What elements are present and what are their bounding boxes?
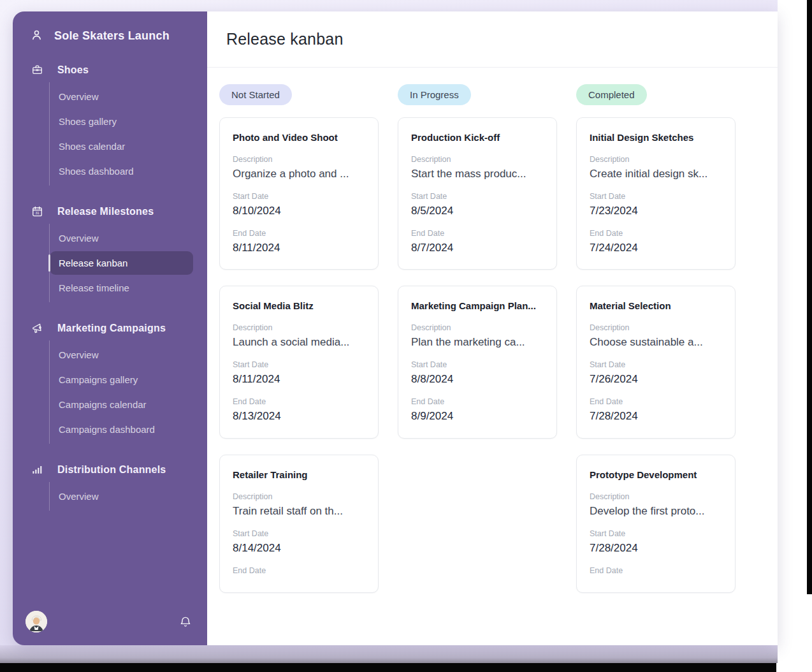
description-value: Train retail staff on th... — [233, 504, 365, 518]
description-value: Organize a photo and ... — [233, 167, 365, 181]
sidebar-section-items: OverviewShoes galleryShoes calendarShoes… — [49, 82, 207, 186]
sidebar-item-shoes-calendar[interactable]: Shoes calendar — [50, 135, 193, 158]
kanban-card[interactable]: Photo and Video Shoot Description Organi… — [219, 117, 379, 270]
start-date-value: 8/8/2024 — [411, 372, 544, 386]
description-value: Develop the first proto... — [590, 504, 722, 518]
sidebar: Sole Skaters Launch Shoes OverviewShoes … — [13, 11, 207, 645]
main-header: Release kanban — [207, 11, 778, 68]
sidebar-item-release-timeline[interactable]: Release timeline — [50, 276, 193, 300]
start-date-value: 8/14/2024 — [233, 541, 365, 555]
start-date-label: Start Date — [233, 529, 365, 538]
status-badge-completed: Completed — [576, 84, 647, 105]
sidebar-item-shoes-gallery[interactable]: Shoes gallery — [50, 110, 193, 133]
start-date-value: 7/26/2024 — [590, 372, 722, 386]
description-label: Description — [590, 323, 722, 332]
sidebar-section-marketing-campaigns: Marketing Campaigns OverviewCampaigns ga… — [13, 322, 207, 444]
end-date-value: 7/28/2024 — [590, 409, 722, 423]
kanban-column-completed: Completed Initial Design Sketches Descri… — [576, 84, 736, 609]
sidebar-section-release-milestones: 31 Release Milestones OverviewRelease ka… — [13, 205, 207, 302]
sidebar-item-shoes-dashboard[interactable]: Shoes dashboard — [50, 159, 193, 183]
kanban-card[interactable]: Social Media Blitz Description Launch a … — [219, 286, 379, 438]
description-label: Description — [590, 492, 722, 501]
card-title: Retailer Training — [233, 469, 365, 480]
screen-edge-right — [807, 0, 812, 594]
calendar-icon: 31 — [31, 205, 43, 217]
description-label: Description — [411, 155, 544, 164]
description-value: Choose sustainable a... — [590, 335, 722, 349]
briefcase-icon — [31, 64, 43, 76]
sidebar-footer — [13, 602, 207, 645]
end-date-label: End Date — [233, 229, 365, 238]
sidebar-item-overview[interactable]: Overview — [50, 226, 193, 250]
start-date-value: 7/28/2024 — [590, 541, 722, 555]
user-avatar[interactable] — [25, 611, 47, 632]
kanban-board: Not Started Photo and Video Shoot Descri… — [207, 68, 778, 609]
workspace-title: Sole Skaters Launch — [54, 29, 170, 43]
window-bottom-edge — [0, 645, 778, 663]
start-date-value: 8/5/2024 — [411, 204, 544, 218]
start-date-label: Start Date — [233, 192, 365, 201]
end-date-value: 8/7/2024 — [411, 241, 544, 255]
description-label: Description — [233, 155, 365, 164]
page-title: Release kanban — [226, 30, 344, 48]
sidebar-item-campaigns-calendar[interactable]: Campaigns calendar — [50, 393, 193, 416]
kanban-column-in-progress: In Progress Production Kick-off Descript… — [398, 84, 557, 455]
description-value: Create initial design sk... — [590, 167, 722, 181]
start-date-label: Start Date — [233, 360, 365, 369]
end-date-value: 7/24/2024 — [590, 241, 722, 255]
kanban-card[interactable]: Initial Design Sketches Description Crea… — [576, 117, 736, 270]
card-title: Production Kick-off — [411, 132, 544, 143]
start-date-label: Start Date — [411, 360, 544, 369]
kanban-card[interactable]: Marketing Campaign Plan... Description P… — [398, 286, 557, 438]
workspace-header[interactable]: Sole Skaters Launch — [13, 11, 207, 44]
sidebar-section-items: OverviewRelease kanbanRelease timeline — [49, 224, 207, 302]
card-title: Prototype Development — [590, 469, 722, 480]
card-title: Initial Design Sketches — [590, 132, 722, 143]
description-value: Launch a social media... — [233, 335, 365, 349]
sidebar-item-release-kanban[interactable]: Release kanban — [50, 251, 193, 275]
sidebar-item-overview[interactable]: Overview — [50, 485, 193, 508]
kanban-column-not-started: Not Started Photo and Video Shoot Descri… — [219, 84, 379, 609]
sidebar-section-header[interactable]: Distribution Channels — [13, 464, 207, 476]
bell-icon[interactable] — [179, 615, 192, 628]
sidebar-section-shoes: Shoes OverviewShoes galleryShoes calenda… — [13, 64, 207, 186]
kanban-card[interactable]: Production Kick-off Description Start th… — [398, 117, 557, 270]
card-title: Material Selection — [590, 300, 722, 311]
sidebar-section-label: Shoes — [57, 64, 89, 76]
app-window: Sole Skaters Launch Shoes OverviewShoes … — [13, 11, 778, 645]
end-date-label: End Date — [411, 397, 544, 406]
sidebar-item-overview[interactable]: Overview — [50, 85, 193, 108]
sidebar-item-overview[interactable]: Overview — [50, 343, 193, 367]
card-title: Photo and Video Shoot — [233, 132, 365, 143]
description-label: Description — [233, 323, 365, 332]
kanban-card[interactable]: Material Selection Description Choose su… — [576, 286, 736, 438]
sidebar-section-header[interactable]: Shoes — [13, 64, 207, 76]
user-icon — [30, 28, 43, 44]
sidebar-item-campaigns-dashboard[interactable]: Campaigns dashboard — [50, 418, 193, 441]
end-date-label: End Date — [411, 229, 544, 238]
description-label: Description — [233, 492, 365, 501]
sidebar-item-campaigns-gallery[interactable]: Campaigns gallery — [50, 368, 193, 391]
sidebar-nav: Shoes OverviewShoes galleryShoes calenda… — [13, 64, 207, 511]
end-date-label: End Date — [590, 397, 722, 406]
description-label: Description — [411, 323, 544, 332]
sidebar-section-header[interactable]: Marketing Campaigns — [13, 322, 207, 334]
column-cards: Initial Design Sketches Description Crea… — [576, 117, 736, 593]
main-content: Release kanban Not Started Photo and Vid… — [207, 11, 778, 645]
start-date-label: Start Date — [590, 192, 722, 201]
description-value: Start the mass produc... — [411, 167, 544, 181]
kanban-card[interactable]: Prototype Development Description Develo… — [576, 455, 736, 593]
start-date-value: 7/23/2024 — [590, 204, 722, 218]
status-badge-not-started: Not Started — [219, 84, 292, 105]
start-date-label: Start Date — [590, 529, 722, 538]
end-date-label: End Date — [590, 229, 722, 238]
end-date-label: End Date — [590, 566, 722, 575]
end-date-value: 8/13/2024 — [233, 409, 365, 423]
sidebar-section-label: Release Milestones — [57, 206, 154, 217]
sidebar-section-header[interactable]: 31 Release Milestones — [13, 205, 207, 217]
column-cards: Photo and Video Shoot Description Organi… — [219, 117, 379, 593]
bar-chart-icon — [31, 464, 43, 476]
start-date-value: 8/11/2024 — [233, 372, 365, 386]
kanban-card[interactable]: Retailer Training Description Train reta… — [219, 455, 379, 593]
sidebar-section-label: Marketing Campaigns — [57, 323, 166, 334]
